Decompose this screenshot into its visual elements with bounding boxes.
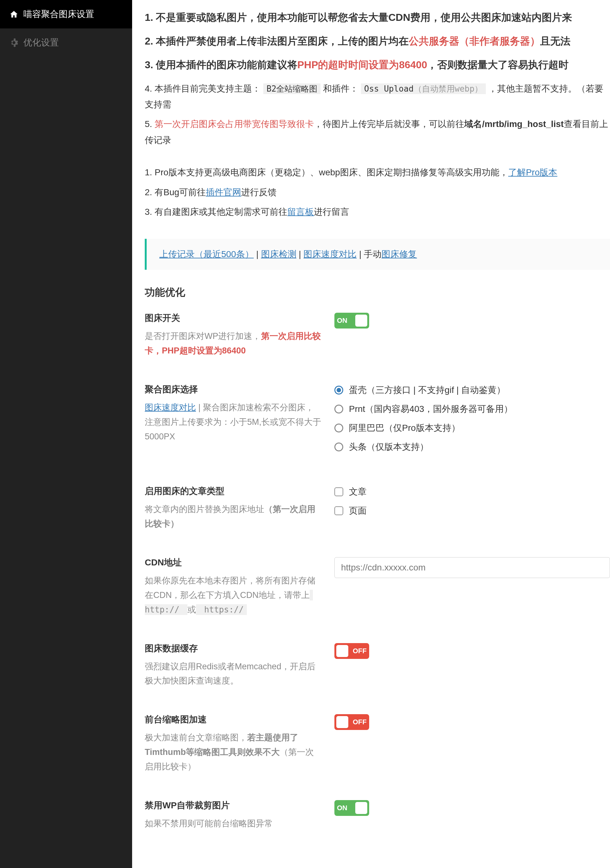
extra-2: 2.有Bug可前往插件官网进行反馈 bbox=[145, 184, 610, 200]
notice-1: 1.不是重要或隐私图片，使用本功能可以帮您省去大量CDN费用，使用公共图床加速站… bbox=[145, 9, 610, 26]
desc-thumb: 极大加速前台文章缩略图，若主题使用了Timthumb等缩略图工具则效果不大（第一… bbox=[145, 731, 322, 774]
link-speed-test[interactable]: 图床速度对比 bbox=[145, 403, 196, 412]
radio-danke[interactable]: 蛋壳（三方接口 | 不支持gif | 自动鉴黄） bbox=[334, 384, 610, 396]
link-speed-compare[interactable]: 图床速度对比 bbox=[303, 249, 357, 259]
checkbox-page[interactable]: 页面 bbox=[334, 505, 610, 517]
sidebar-item-imghost[interactable]: 喵容聚合图床设置 bbox=[0, 0, 132, 28]
label-switch: 图床开关 bbox=[145, 312, 322, 324]
link-plugin-site[interactable]: 插件官网 bbox=[206, 187, 241, 197]
label-posttype: 启用图床的文章类型 bbox=[145, 485, 322, 497]
radio-prnt[interactable]: Prnt（国内容易403，国外服务器可备用） bbox=[334, 403, 610, 415]
label-crop: 禁用WP自带裁剪图片 bbox=[145, 800, 322, 811]
notice-2: 2.本插件严禁使用者上传非法图片至图床，上传的图片均在公共服务器（非作者服务器）… bbox=[145, 33, 610, 49]
checkbox-post[interactable]: 文章 bbox=[334, 486, 610, 498]
radio-alibaba[interactable]: 阿里巴巴（仅Pro版本支持） bbox=[334, 422, 610, 434]
notice-3: 3.使用本插件的图床功能前建议将PHP的超时时间设置为86400，否则数据量大了… bbox=[145, 57, 610, 73]
notice-box: 上传记录（最近500条） | 图床检测 | 图床速度对比 | 手动图床修复 bbox=[145, 239, 610, 270]
desc-cache: 强烈建议启用Redis或者Memcached，开启后极大加快图床查询速度。 bbox=[145, 660, 322, 688]
sidebar-label: 优化设置 bbox=[23, 37, 59, 49]
notice-4: 4.本插件目前完美支持主题： B2全站缩略图 和插件： Oss Upload（自… bbox=[145, 81, 610, 113]
label-select: 聚合图床选择 bbox=[145, 383, 322, 395]
label-cache: 图床数据缓存 bbox=[145, 642, 322, 654]
link-repair[interactable]: 图床修复 bbox=[382, 249, 417, 259]
radio-toutiao[interactable]: 头条（仅版本支持） bbox=[334, 441, 610, 453]
desc-select: 图床速度对比 | 聚合图床加速检索不分图床，注意图片上传要求为：小于5M,长或宽… bbox=[145, 400, 322, 444]
gear-icon bbox=[9, 38, 18, 47]
section-title: 功能优化 bbox=[145, 285, 610, 299]
desc-cdn: 如果你原先在本地未存图片，将所有图片存储在CDN，那么在下方填入CDN地址，请带… bbox=[145, 574, 322, 617]
sidebar: 喵容聚合图床设置 优化设置 bbox=[0, 0, 132, 868]
sidebar-item-optimize[interactable]: 优化设置 bbox=[0, 28, 132, 57]
link-pro[interactable]: 了解Pro版本 bbox=[508, 167, 557, 177]
toggle-thumb[interactable]: OFF bbox=[334, 714, 369, 730]
toggle-crop[interactable]: ON bbox=[334, 800, 369, 816]
extra-1: 1.Pro版本支持更高级电商图床（更稳定）、webp图床、图床定期扫描修复等高级… bbox=[145, 164, 610, 180]
desc-switch: 是否打开图床对WP进行加速，第一次启用比较卡，PHP超时设置为86400 bbox=[145, 329, 322, 358]
toggle-cache[interactable]: OFF bbox=[334, 643, 369, 659]
input-cdn-url[interactable] bbox=[334, 557, 610, 578]
home-icon bbox=[9, 10, 18, 19]
desc-crop: 如果不禁用则可能前台缩略图异常 bbox=[145, 817, 322, 831]
desc-posttype: 将文章内的图片替换为图床地址（第一次启用比较卡） bbox=[145, 502, 322, 531]
extra-3: 3.有自建图床或其他定制需求可前往留言板进行留言 bbox=[145, 204, 610, 220]
link-check[interactable]: 图床检测 bbox=[261, 249, 296, 259]
notice-5: 5.第一次开启图床会占用带宽传图导致很卡，待图片上传完毕后就没事，可以前往域名/… bbox=[145, 116, 610, 148]
sidebar-label: 喵容聚合图床设置 bbox=[23, 8, 94, 20]
label-cdn: CDN地址 bbox=[145, 556, 322, 569]
label-thumb: 前台缩略图加速 bbox=[145, 713, 322, 725]
link-guestbook[interactable]: 留言板 bbox=[287, 207, 314, 217]
main-content: 1.不是重要或隐私图片，使用本功能可以帮您省去大量CDN费用，使用公共图床加速站… bbox=[132, 0, 610, 868]
toggle-imghost[interactable]: ON bbox=[334, 313, 369, 329]
link-upload-log[interactable]: 上传记录（最近500条） bbox=[159, 249, 254, 259]
